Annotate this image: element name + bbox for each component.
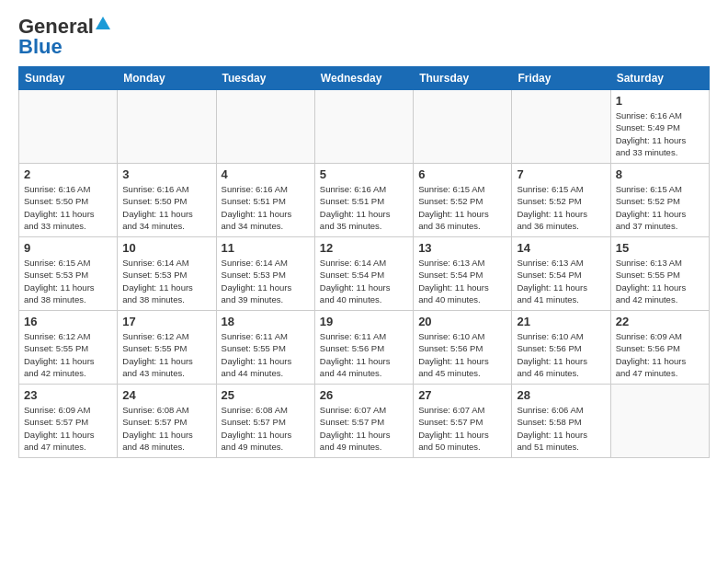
day-number: 4 [222, 167, 310, 181]
calendar-day-20: 20Sunrise: 6:10 AMSunset: 5:56 PMDayligh… [414, 311, 512, 385]
calendar-week-row: 9Sunrise: 6:15 AMSunset: 5:53 PMDaylight… [19, 237, 710, 311]
day-info: Sunrise: 6:16 AMSunset: 5:50 PMDaylight:… [122, 183, 210, 232]
calendar-day-22: 22Sunrise: 6:09 AMSunset: 5:56 PMDayligh… [610, 311, 709, 385]
calendar-day-empty [118, 90, 216, 164]
day-number: 13 [418, 241, 506, 255]
calendar-day-empty [610, 385, 709, 458]
calendar-day-2: 2Sunrise: 6:16 AMSunset: 5:50 PMDaylight… [19, 164, 118, 237]
day-info: Sunrise: 6:08 AMSunset: 5:57 PMDaylight:… [122, 404, 210, 453]
day-info: Sunrise: 6:11 AMSunset: 5:56 PMDaylight:… [320, 330, 408, 379]
calendar-day-15: 15Sunrise: 6:13 AMSunset: 5:55 PMDayligh… [610, 237, 709, 311]
day-number: 9 [24, 241, 112, 255]
logo-blue-text: Blue [18, 35, 63, 59]
day-info: Sunrise: 6:10 AMSunset: 5:56 PMDaylight:… [418, 330, 506, 379]
day-number: 19 [320, 315, 408, 328]
weekday-header-sunday: Sunday [19, 67, 118, 90]
calendar-day-9: 9Sunrise: 6:15 AMSunset: 5:53 PMDaylight… [19, 237, 118, 311]
day-number: 1 [616, 94, 704, 108]
day-info: Sunrise: 6:15 AMSunset: 5:52 PMDaylight:… [517, 183, 605, 232]
day-number: 7 [517, 167, 605, 181]
day-number: 14 [517, 241, 605, 255]
day-info: Sunrise: 6:11 AMSunset: 5:55 PMDaylight:… [222, 330, 310, 379]
weekday-header-wednesday: Wednesday [314, 67, 413, 90]
calendar-day-13: 13Sunrise: 6:13 AMSunset: 5:54 PMDayligh… [414, 237, 512, 311]
day-info: Sunrise: 6:15 AMSunset: 5:52 PMDaylight:… [418, 183, 506, 232]
day-number: 5 [320, 167, 408, 181]
calendar-day-8: 8Sunrise: 6:15 AMSunset: 5:52 PMDaylight… [610, 164, 709, 237]
day-info: Sunrise: 6:16 AMSunset: 5:51 PMDaylight:… [222, 183, 310, 232]
day-info: Sunrise: 6:12 AMSunset: 5:55 PMDaylight:… [122, 330, 210, 379]
weekday-header-saturday: Saturday [610, 67, 709, 90]
day-number: 25 [222, 388, 310, 402]
day-info: Sunrise: 6:08 AMSunset: 5:57 PMDaylight:… [222, 404, 310, 453]
calendar-day-16: 16Sunrise: 6:12 AMSunset: 5:55 PMDayligh… [19, 311, 118, 385]
weekday-header-tuesday: Tuesday [216, 67, 314, 90]
weekday-header-friday: Friday [512, 67, 610, 90]
calendar-day-18: 18Sunrise: 6:11 AMSunset: 5:55 PMDayligh… [216, 311, 314, 385]
calendar-week-row: 2Sunrise: 6:16 AMSunset: 5:50 PMDaylight… [19, 164, 710, 237]
day-number: 6 [418, 167, 506, 181]
day-number: 18 [222, 315, 310, 328]
calendar-day-1: 1Sunrise: 6:16 AMSunset: 5:49 PMDaylight… [610, 90, 709, 164]
day-number: 27 [418, 388, 506, 402]
day-info: Sunrise: 6:07 AMSunset: 5:57 PMDaylight:… [418, 404, 506, 453]
calendar-day-empty [216, 90, 314, 164]
calendar-day-empty [19, 90, 118, 164]
calendar-day-empty [414, 90, 512, 164]
day-info: Sunrise: 6:15 AMSunset: 5:52 PMDaylight:… [616, 183, 704, 232]
page: General Blue SundayMondayTuesdayWednesda… [0, 0, 728, 563]
calendar-day-26: 26Sunrise: 6:07 AMSunset: 5:57 PMDayligh… [314, 385, 413, 458]
day-info: Sunrise: 6:15 AMSunset: 5:53 PMDaylight:… [24, 257, 112, 305]
calendar-day-empty [314, 90, 413, 164]
day-number: 10 [122, 241, 210, 255]
day-info: Sunrise: 6:06 AMSunset: 5:58 PMDaylight:… [517, 404, 605, 453]
calendar-day-21: 21Sunrise: 6:10 AMSunset: 5:56 PMDayligh… [512, 311, 610, 385]
day-number: 3 [122, 167, 210, 181]
calendar-day-7: 7Sunrise: 6:15 AMSunset: 5:52 PMDaylight… [512, 164, 610, 237]
day-number: 2 [24, 167, 112, 181]
calendar-day-4: 4Sunrise: 6:16 AMSunset: 5:51 PMDaylight… [216, 164, 314, 237]
calendar-day-25: 25Sunrise: 6:08 AMSunset: 5:57 PMDayligh… [216, 385, 314, 458]
calendar-day-12: 12Sunrise: 6:14 AMSunset: 5:54 PMDayligh… [314, 237, 413, 311]
calendar-day-23: 23Sunrise: 6:09 AMSunset: 5:57 PMDayligh… [19, 385, 118, 458]
day-number: 22 [616, 315, 704, 328]
calendar-week-row: 16Sunrise: 6:12 AMSunset: 5:55 PMDayligh… [19, 311, 710, 385]
calendar-day-10: 10Sunrise: 6:14 AMSunset: 5:53 PMDayligh… [118, 237, 216, 311]
day-info: Sunrise: 6:14 AMSunset: 5:53 PMDaylight:… [222, 257, 310, 305]
calendar-day-14: 14Sunrise: 6:13 AMSunset: 5:54 PMDayligh… [512, 237, 610, 311]
day-info: Sunrise: 6:13 AMSunset: 5:54 PMDaylight:… [517, 257, 605, 305]
calendar-week-row: 23Sunrise: 6:09 AMSunset: 5:57 PMDayligh… [19, 385, 710, 458]
day-info: Sunrise: 6:13 AMSunset: 5:54 PMDaylight:… [418, 257, 506, 305]
header: General Blue [18, 15, 710, 59]
calendar-day-27: 27Sunrise: 6:07 AMSunset: 5:57 PMDayligh… [414, 385, 512, 458]
day-info: Sunrise: 6:13 AMSunset: 5:55 PMDaylight:… [616, 257, 704, 305]
day-info: Sunrise: 6:10 AMSunset: 5:56 PMDaylight:… [517, 330, 605, 379]
day-number: 15 [616, 241, 704, 255]
calendar-day-5: 5Sunrise: 6:16 AMSunset: 5:51 PMDaylight… [314, 164, 413, 237]
day-info: Sunrise: 6:14 AMSunset: 5:53 PMDaylight:… [122, 257, 210, 305]
day-number: 16 [24, 315, 112, 328]
logo: General Blue [18, 15, 110, 59]
calendar-day-19: 19Sunrise: 6:11 AMSunset: 5:56 PMDayligh… [314, 311, 413, 385]
calendar-day-3: 3Sunrise: 6:16 AMSunset: 5:50 PMDaylight… [118, 164, 216, 237]
calendar-day-empty [512, 90, 610, 164]
day-info: Sunrise: 6:12 AMSunset: 5:55 PMDaylight:… [24, 330, 112, 379]
day-number: 11 [222, 241, 310, 255]
day-number: 28 [517, 388, 605, 402]
day-number: 21 [517, 315, 605, 328]
logo-triangle-icon [96, 17, 110, 29]
day-info: Sunrise: 6:09 AMSunset: 5:56 PMDaylight:… [616, 330, 704, 379]
calendar-day-24: 24Sunrise: 6:08 AMSunset: 5:57 PMDayligh… [118, 385, 216, 458]
calendar-day-11: 11Sunrise: 6:14 AMSunset: 5:53 PMDayligh… [216, 237, 314, 311]
calendar-table: SundayMondayTuesdayWednesdayThursdayFrid… [18, 66, 710, 458]
calendar-day-6: 6Sunrise: 6:15 AMSunset: 5:52 PMDaylight… [414, 164, 512, 237]
day-info: Sunrise: 6:07 AMSunset: 5:57 PMDaylight:… [320, 404, 408, 453]
calendar-header-row: SundayMondayTuesdayWednesdayThursdayFrid… [19, 67, 710, 90]
weekday-header-thursday: Thursday [414, 67, 512, 90]
day-info: Sunrise: 6:16 AMSunset: 5:50 PMDaylight:… [24, 183, 112, 232]
day-info: Sunrise: 6:09 AMSunset: 5:57 PMDaylight:… [24, 404, 112, 453]
day-info: Sunrise: 6:16 AMSunset: 5:51 PMDaylight:… [320, 183, 408, 232]
day-number: 8 [616, 167, 704, 181]
day-info: Sunrise: 6:16 AMSunset: 5:49 PMDaylight:… [616, 109, 704, 158]
day-number: 24 [122, 388, 210, 402]
